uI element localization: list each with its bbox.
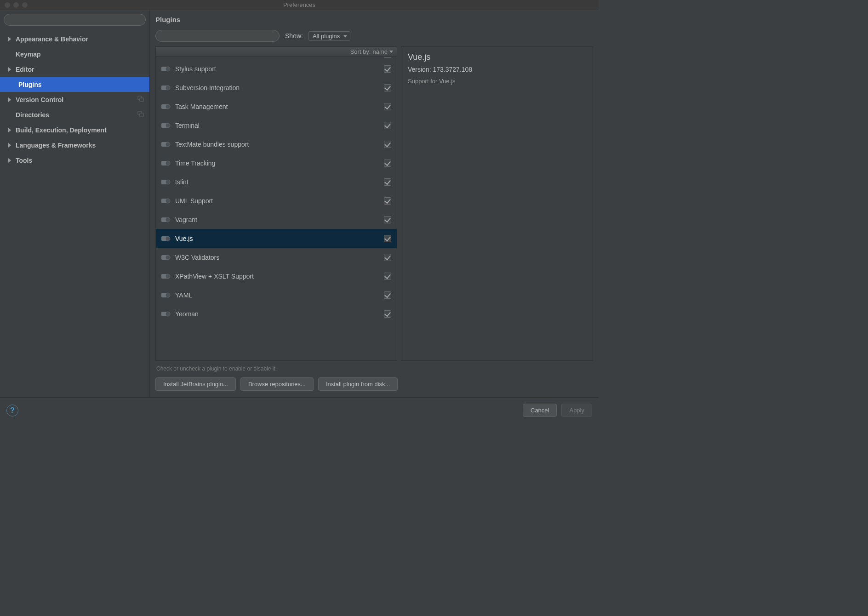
plugin-enable-checkbox[interactable] <box>384 141 391 148</box>
sidebar-item-directories[interactable]: Directories <box>0 107 149 122</box>
plugin-icon <box>161 273 171 280</box>
svg-point-23 <box>166 180 170 184</box>
show-filter-dropdown[interactable]: All plugins <box>308 31 350 41</box>
close-window-icon[interactable] <box>5 2 10 8</box>
plugin-row[interactable]: Subversion Integration <box>156 78 397 97</box>
plugin-icon <box>161 291 171 299</box>
plugin-name: Vagrant <box>175 216 384 223</box>
plugin-enable-checkbox[interactable] <box>384 291 391 299</box>
sidebar-item-label: Editor <box>16 66 149 73</box>
svg-point-13 <box>166 86 170 90</box>
plugin-enable-checkbox[interactable] <box>384 254 391 261</box>
plugin-list[interactable]: SSH Remote RunStylus supportSubversion I… <box>156 57 397 360</box>
svg-point-19 <box>166 142 170 147</box>
install-jetbrains-plugin-button[interactable]: Install JetBrains plugin... <box>155 377 236 391</box>
plugin-row[interactable]: Vue.js <box>156 229 397 248</box>
plugin-name: tslint <box>175 178 384 186</box>
plugin-icon <box>161 103 171 110</box>
plugin-name: TextMate bundles support <box>175 141 384 148</box>
plugin-row[interactable]: XPathView + XSLT Support <box>156 267 397 285</box>
plugin-enable-checkbox[interactable] <box>384 178 391 186</box>
detail-title: Vue.js <box>408 52 586 62</box>
sidebar-item-label: Version Control <box>16 96 137 103</box>
plugin-enable-checkbox[interactable] <box>384 103 391 110</box>
plugin-enable-checkbox[interactable] <box>384 235 391 242</box>
plugin-name: Task Management <box>175 103 384 110</box>
plugin-search-input[interactable] <box>155 30 280 42</box>
plugin-row[interactable]: Vagrant <box>156 210 397 229</box>
plugin-name: Yeoman <box>175 310 384 318</box>
plugin-icon <box>161 178 171 186</box>
sidebar-item-label: Tools <box>16 157 149 164</box>
plugin-name: XPathView + XSLT Support <box>175 273 384 280</box>
plugin-row[interactable]: TextMate bundles support <box>156 135 397 154</box>
sidebar-search-input[interactable] <box>4 14 146 26</box>
plugin-icon <box>161 197 171 205</box>
scope-icon <box>137 111 144 119</box>
plugin-row[interactable]: W3C Validators <box>156 248 397 267</box>
plugin-row[interactable]: Stylus support <box>156 59 397 78</box>
plugin-enable-checkbox[interactable] <box>384 65 391 73</box>
install-plugin-from-disk-button[interactable]: Install plugin from disk... <box>318 377 398 391</box>
sidebar-item-label: Plugins <box>18 81 149 88</box>
show-filter-value: All plugins <box>313 33 340 40</box>
chevron-right-icon <box>8 158 11 163</box>
plugin-enable-checkbox[interactable] <box>384 160 391 167</box>
chevron-right-icon <box>8 37 11 41</box>
sidebar-item-appearance-behavior[interactable]: Appearance & Behavior <box>0 31 149 46</box>
sidebar-item-keymap[interactable]: Keymap <box>0 46 149 62</box>
sidebar-item-plugins[interactable]: Plugins <box>0 77 149 92</box>
plugin-name: Time Tracking <box>175 160 384 167</box>
plugin-icon <box>161 310 171 318</box>
sort-bar[interactable]: Sort by: name <box>156 47 397 57</box>
plugin-row[interactable]: YAML <box>156 285 397 304</box>
plugin-enable-checkbox[interactable] <box>384 57 391 58</box>
sidebar-item-label: Build, Execution, Deployment <box>16 126 149 134</box>
detail-description: Support for Vue.js <box>408 78 586 85</box>
hint-text: Check or uncheck a plugin to enable or d… <box>150 361 599 375</box>
sidebar-item-label: Keymap <box>16 51 149 58</box>
svg-point-17 <box>166 123 170 128</box>
sidebar-item-label: Languages & Frameworks <box>16 142 149 149</box>
plugin-enable-checkbox[interactable] <box>384 197 391 205</box>
page-title: Plugins <box>150 10 599 27</box>
plugin-enable-checkbox[interactable] <box>384 84 391 91</box>
cancel-button[interactable]: Cancel <box>523 404 557 417</box>
browse-repositories-button[interactable]: Browse repositories... <box>240 377 314 391</box>
plugin-name: YAML <box>175 291 384 299</box>
zoom-window-icon[interactable] <box>22 2 28 8</box>
plugin-row[interactable]: Yeoman <box>156 304 397 323</box>
plugin-row[interactable]: UML Support <box>156 191 397 210</box>
plugin-name: W3C Validators <box>175 254 384 261</box>
svg-point-15 <box>166 104 170 109</box>
plugin-name: Vue.js <box>175 235 384 242</box>
sidebar-item-build-execution-deployment[interactable]: Build, Execution, Deployment <box>0 122 149 137</box>
chevron-right-icon <box>8 67 11 72</box>
svg-point-37 <box>166 312 170 316</box>
plugin-enable-checkbox[interactable] <box>384 310 391 318</box>
plugin-name: Terminal <box>175 122 384 129</box>
sidebar-item-tools[interactable]: Tools <box>0 153 149 168</box>
sidebar-item-languages-frameworks[interactable]: Languages & Frameworks <box>0 137 149 153</box>
svg-point-35 <box>166 293 170 297</box>
plugin-enable-checkbox[interactable] <box>384 122 391 129</box>
plugin-name: SSH Remote Run <box>175 57 384 58</box>
sort-value: name <box>372 48 388 55</box>
plugin-row[interactable]: Task Management <box>156 97 397 116</box>
svg-point-25 <box>166 199 170 203</box>
minimize-window-icon[interactable] <box>13 2 19 8</box>
svg-point-27 <box>166 217 170 222</box>
settings-tree: Appearance & BehaviorKeymapEditorPlugins… <box>0 29 149 397</box>
sidebar-item-version-control[interactable]: Version Control <box>0 92 149 107</box>
plugin-row[interactable]: Terminal <box>156 116 397 135</box>
sidebar-item-editor[interactable]: Editor <box>0 62 149 77</box>
plugin-detail-panel: Vue.js Version: 173.3727.108 Support for… <box>401 46 593 361</box>
plugin-enable-checkbox[interactable] <box>384 273 391 280</box>
plugin-icon <box>161 141 171 148</box>
plugin-row[interactable]: Time Tracking <box>156 154 397 172</box>
plugin-enable-checkbox[interactable] <box>384 216 391 223</box>
apply-button[interactable]: Apply <box>561 404 592 417</box>
help-icon[interactable]: ? <box>6 405 18 416</box>
plugin-row[interactable]: tslint <box>156 172 397 191</box>
plugin-icon <box>161 160 171 167</box>
